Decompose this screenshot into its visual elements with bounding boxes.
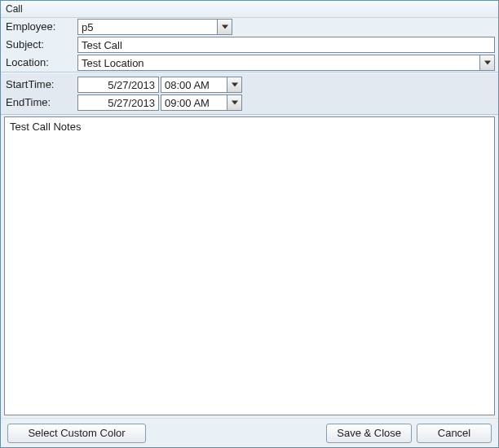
- end-date-value: 5/27/2013: [108, 97, 155, 109]
- subject-input[interactable]: Test Call: [77, 37, 495, 53]
- chevron-down-icon: [484, 60, 491, 65]
- location-label: Location:: [4, 54, 77, 72]
- subject-value: Test Call: [82, 39, 122, 51]
- end-time-value: 09:00 AM: [165, 97, 210, 109]
- save-and-close-button[interactable]: Save & Close: [326, 424, 412, 443]
- chevron-down-icon: [222, 24, 228, 29]
- location-value: Test Location: [82, 57, 144, 69]
- select-custom-color-button[interactable]: Select Custom Color: [7, 424, 146, 443]
- end-time-dropdown-button[interactable]: [227, 95, 241, 110]
- employee-label: Employee:: [4, 18, 77, 36]
- end-label: EndTime:: [4, 94, 77, 112]
- end-date-input[interactable]: 5/27/2013: [77, 94, 159, 111]
- notes-container: [4, 116, 495, 415]
- start-date-input[interactable]: 5/27/2013: [77, 77, 159, 93]
- start-label: StartTime:: [4, 76, 77, 94]
- location-dropdown-button[interactable]: [479, 55, 494, 70]
- dialog-footer: Select Custom Color Save & Close Cancel: [1, 418, 498, 447]
- employee-value: p5: [82, 21, 93, 33]
- header-section: Employee: p5 Subject: Test Call Location…: [1, 18, 498, 72]
- start-time-value: 08:00 AM: [165, 79, 210, 91]
- location-combo[interactable]: Test Location: [77, 55, 495, 71]
- start-date-value: 5/27/2013: [108, 79, 155, 91]
- subject-label: Subject:: [4, 36, 77, 54]
- chevron-down-icon: [232, 100, 238, 105]
- start-time-combo[interactable]: 08:00 AM: [161, 77, 242, 93]
- cancel-button[interactable]: Cancel: [417, 424, 492, 443]
- employee-combo[interactable]: p5: [77, 19, 232, 35]
- time-section: StartTime: 5/27/2013 08:00 AM EndTime: 5…: [1, 72, 498, 115]
- end-time-combo[interactable]: 09:00 AM: [161, 94, 242, 111]
- start-time-dropdown-button[interactable]: [227, 77, 241, 92]
- notes-textarea[interactable]: [5, 117, 494, 415]
- call-dialog: Call Employee: p5 Subject: Test Call Loc…: [0, 0, 499, 448]
- dialog-title: Call: [1, 1, 498, 18]
- employee-dropdown-button[interactable]: [217, 20, 232, 34]
- chevron-down-icon: [232, 82, 238, 87]
